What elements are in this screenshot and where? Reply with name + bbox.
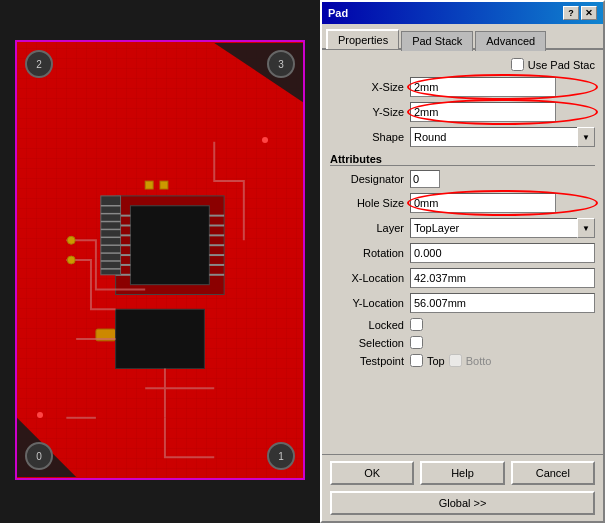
y-size-row: Y-Size [330, 102, 595, 122]
locked-row: Locked [330, 318, 595, 331]
shape-input[interactable] [410, 127, 577, 147]
testpoint-row: Testpoint Top Botto [330, 354, 595, 367]
layer-input[interactable] [410, 218, 577, 238]
selection-label: Selection [330, 337, 410, 349]
tab-bar: Properties Pad Stack Advanced [322, 24, 603, 50]
rotation-input[interactable] [410, 243, 595, 263]
tab-properties[interactable]: Properties [326, 29, 399, 49]
x-size-row: X-Size [330, 77, 595, 97]
rotation-label: Rotation [330, 247, 410, 259]
corner-pad-br[interactable]: 1 [267, 442, 295, 470]
svg-point-37 [67, 236, 75, 244]
shape-row: Shape ▼ [330, 127, 595, 147]
designator-label: Designator [330, 173, 410, 185]
testpoint-top-checkbox[interactable] [410, 354, 423, 367]
x-size-input[interactable] [410, 77, 556, 97]
locked-checkbox[interactable] [410, 318, 423, 331]
dialog-buttons: OK Help Cancel Global >> [322, 454, 603, 521]
y-location-row: Y-Location [330, 293, 595, 313]
x-location-input[interactable] [410, 268, 595, 288]
y-size-label: Y-Size [330, 106, 410, 118]
corner-pad-bl[interactable]: 0 [25, 442, 53, 470]
rotation-row: Rotation [330, 243, 595, 263]
pcb-traces [17, 42, 303, 478]
testpoint-label: Testpoint [330, 355, 410, 367]
pcb-board: 2 3 0 1 [15, 40, 305, 480]
use-pad-stac-row: Use Pad Stac [330, 58, 595, 71]
shape-dropdown-arrow[interactable]: ▼ [577, 127, 595, 147]
designator-input[interactable] [410, 170, 440, 188]
layer-label: Layer [330, 222, 410, 234]
ok-button[interactable]: OK [330, 461, 414, 485]
x-size-label: X-Size [330, 81, 410, 93]
svg-rect-3 [130, 206, 209, 285]
dialog-titlebar: Pad ? ✕ [322, 2, 603, 24]
y-location-label: Y-Location [330, 297, 410, 309]
corner-pad-tl[interactable]: 2 [25, 50, 53, 78]
svg-rect-30 [116, 309, 205, 368]
testpoint-options: Top Botto [410, 354, 595, 367]
svg-rect-36 [160, 181, 168, 189]
x-location-row: X-Location [330, 268, 595, 288]
dialog-content: Use Pad Stac X-Size Y-Size Shape ▼ [322, 50, 603, 454]
selection-row: Selection [330, 336, 595, 349]
hole-size-label: Hole Size [330, 197, 410, 209]
tab-pad-stack[interactable]: Pad Stack [401, 31, 473, 51]
pcb-board-inner: 2 3 0 1 [17, 42, 303, 478]
help-button[interactable]: Help [420, 461, 504, 485]
shape-label: Shape [330, 131, 410, 143]
locked-label: Locked [330, 319, 410, 331]
svg-rect-18 [101, 196, 121, 275]
close-button-titlebar[interactable]: ✕ [581, 6, 597, 20]
testpoint-bottom-checkbox[interactable] [449, 354, 462, 367]
hole-size-row: Hole Size [330, 193, 595, 213]
testpoint-top-label: Top [427, 355, 445, 367]
layer-dropdown[interactable]: ▼ [410, 218, 595, 238]
designator-row: Designator [330, 170, 595, 188]
hole-size-input[interactable] [410, 193, 556, 213]
titlebar-buttons: ? ✕ [563, 6, 597, 20]
use-pad-stac-label: Use Pad Stac [528, 59, 595, 71]
svg-rect-35 [145, 181, 153, 189]
use-pad-stac-checkbox[interactable] [511, 58, 524, 71]
corner-pad-tr[interactable]: 3 [267, 50, 295, 78]
cancel-button[interactable]: Cancel [511, 461, 595, 485]
attributes-section-header: Attributes [330, 153, 595, 166]
layer-dropdown-arrow[interactable]: ▼ [577, 218, 595, 238]
pad-dialog: Pad ? ✕ Properties Pad Stack Advanced Us… [320, 0, 605, 523]
x-location-label: X-Location [330, 272, 410, 284]
help-button-titlebar[interactable]: ? [563, 6, 579, 20]
y-location-input[interactable] [410, 293, 595, 313]
pcb-canvas: 2 3 0 1 [0, 0, 320, 523]
dialog-title: Pad [328, 7, 348, 19]
testpoint-bottom-label: Botto [466, 355, 492, 367]
global-button[interactable]: Global >> [330, 491, 595, 515]
y-size-input[interactable] [410, 102, 556, 122]
svg-point-38 [67, 256, 75, 264]
selection-checkbox[interactable] [410, 336, 423, 349]
shape-dropdown[interactable]: ▼ [410, 127, 595, 147]
tab-advanced[interactable]: Advanced [475, 31, 546, 51]
layer-row: Layer ▼ [330, 218, 595, 238]
